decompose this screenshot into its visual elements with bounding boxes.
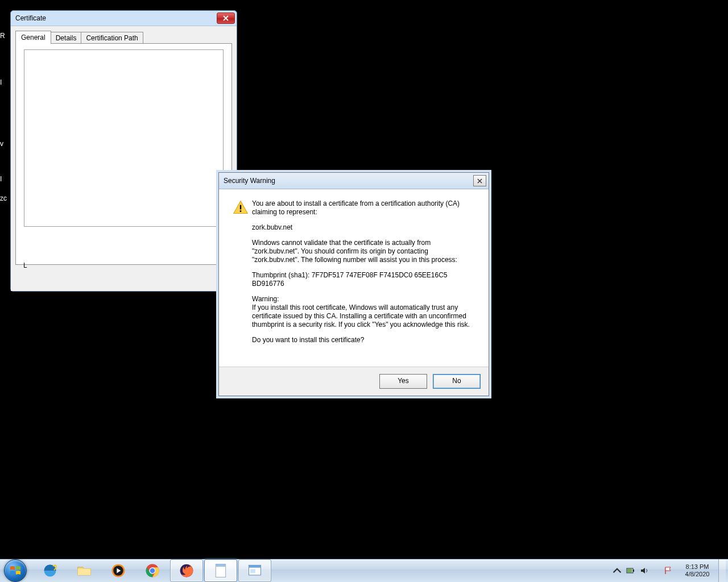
close-button[interactable] (473, 175, 486, 186)
taskbar-item-chrome[interactable] (136, 559, 169, 582)
taskbar-date: 4/8/2020 (685, 571, 710, 578)
svg-rect-16 (627, 569, 632, 572)
svg-point-7 (150, 568, 155, 573)
warning-paragraph-validate: Windows cannot validate that the certifi… (252, 239, 475, 264)
warning-paragraph-intro: You are about to install a certificate f… (252, 199, 475, 217)
close-button[interactable] (217, 13, 235, 24)
taskbar-spacer (272, 559, 610, 582)
taskbar-item-dialog[interactable] (238, 559, 271, 582)
svg-rect-13 (250, 569, 255, 573)
taskbar-item-notepad[interactable] (204, 559, 237, 582)
tab-pane-general (15, 43, 232, 265)
svg-rect-12 (249, 565, 261, 567)
certificate-body: General Details Certification Path L (11, 26, 237, 291)
close-icon (223, 15, 229, 21)
chevron-up-icon (613, 566, 622, 575)
warning-icon (233, 199, 252, 361)
warning-thumbprint: Thumbprint (sha1): 7F7DF517 747EF08F F74… (252, 271, 475, 288)
security-warning-title: Security Warning (224, 177, 275, 185)
learn-more-fragment: L (23, 261, 27, 269)
desktop-icon-label: v (0, 140, 11, 148)
security-warning-text: You are about to install a certificate f… (252, 199, 475, 361)
security-warning-titlebar[interactable]: Security Warning (219, 173, 489, 189)
desktop-icon-label: I (0, 78, 11, 86)
tray-power-icon[interactable] (626, 566, 635, 575)
windows-logo-icon (10, 565, 21, 576)
notepad-icon (213, 563, 229, 579)
security-warning-body: You are about to install a certificate f… (219, 189, 489, 367)
battery-icon (626, 566, 635, 575)
show-desktop-button[interactable] (718, 559, 726, 582)
warning-paragraph-risk: If you install this root certificate, Wi… (252, 304, 475, 329)
chrome-icon (144, 563, 160, 579)
no-button[interactable]: No (433, 374, 481, 389)
security-warning-footer: Yes No (219, 367, 489, 396)
tray-show-hidden-icons[interactable] (613, 566, 622, 575)
system-tray: 8:13 PM 4/8/2020 (610, 559, 728, 582)
certificate-dialog: Certificate General Details Certificatio… (10, 10, 237, 292)
taskbar-item-file-explorer[interactable] (68, 559, 101, 582)
taskbar-item-internet-explorer[interactable] (34, 559, 67, 582)
certificate-title: Certificate (15, 14, 46, 22)
folder-icon (76, 563, 92, 579)
start-button[interactable] (0, 559, 31, 582)
security-warning-dialog: Security Warning You are about to instal… (218, 172, 489, 396)
svg-rect-10 (216, 564, 226, 567)
taskbar-item-media-player[interactable] (102, 559, 135, 582)
desktop-icon-label: I (0, 175, 11, 183)
tab-details[interactable]: Details (51, 32, 82, 44)
media-player-icon (110, 563, 126, 579)
taskbar-clock[interactable]: 8:13 PM 4/8/2020 (681, 563, 714, 577)
taskbar-item-firefox[interactable] (170, 559, 203, 582)
taskbar: 8:13 PM 4/8/2020 (0, 559, 728, 582)
warning-question: Do you want to install this certificate? (252, 336, 475, 344)
flag-icon (664, 566, 673, 575)
tray-volume-icon[interactable] (640, 566, 649, 575)
taskbar-time: 8:13 PM (686, 563, 709, 571)
certificate-titlebar[interactable]: Certificate (11, 11, 237, 26)
certificate-tabstrip: General Details Certification Path (15, 31, 232, 43)
svg-rect-0 (240, 205, 241, 210)
taskbar-pinned-area (31, 559, 272, 582)
svg-rect-1 (240, 210, 241, 212)
internet-explorer-icon (42, 563, 58, 579)
tray-action-center-icon[interactable] (664, 566, 673, 575)
warning-domain: zork.bubv.net (252, 223, 475, 232)
desktop-icon-label: zc (0, 194, 11, 202)
yes-button[interactable]: Yes (379, 374, 427, 389)
close-icon (477, 178, 482, 184)
speaker-icon (640, 566, 649, 575)
warning-header: Warning: (252, 295, 475, 304)
tab-certification-path[interactable]: Certification Path (81, 32, 143, 44)
svg-rect-15 (633, 569, 634, 572)
window-icon (247, 563, 263, 579)
desktop-icon-label: R (0, 32, 11, 40)
tab-general[interactable]: General (15, 31, 51, 44)
certificate-info-box (24, 49, 224, 227)
firefox-icon (179, 563, 195, 579)
